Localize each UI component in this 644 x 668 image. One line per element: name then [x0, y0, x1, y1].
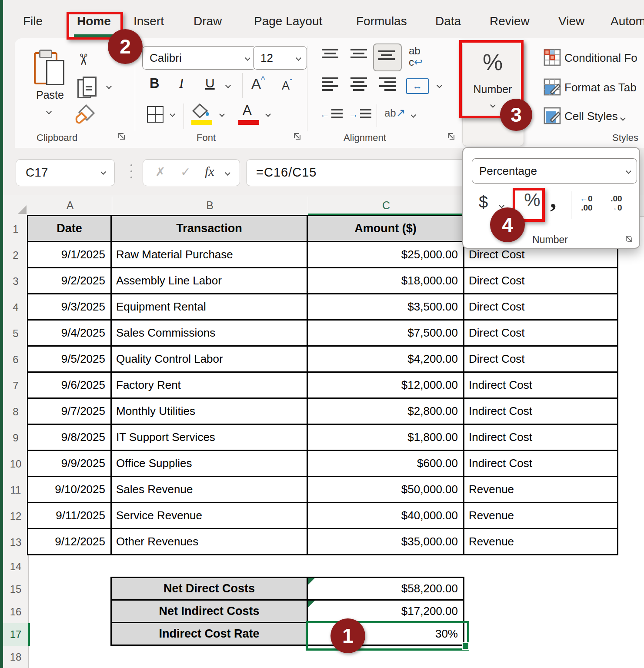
row-header-16[interactable]: 16 — [3, 601, 29, 624]
cell-B9[interactable]: IT Support Services — [112, 425, 307, 450]
insert-function-icon[interactable]: fx — [205, 164, 214, 179]
decrease-decimal-button[interactable]: .00 →0 — [609, 194, 622, 212]
cell-B15[interactable]: Net Direct Costs — [112, 578, 307, 599]
cell-C12[interactable]: $40,000.00 — [308, 503, 463, 528]
cell-D4[interactable]: Direct Cost — [464, 294, 617, 319]
cell-C3[interactable]: $18,000.00 — [308, 268, 463, 293]
font-dialog-launcher-icon[interactable] — [294, 133, 300, 140]
cell-D11[interactable]: Revenue — [464, 477, 617, 502]
cell-B12[interactable]: Service Revenue — [112, 503, 307, 528]
tab-data[interactable]: Data — [435, 10, 461, 32]
cell-C4[interactable]: $3,500.00 — [308, 294, 463, 319]
align-left-button[interactable] — [322, 77, 338, 91]
cell-A1[interactable]: Date — [28, 216, 110, 241]
font-name-chevron[interactable] — [245, 55, 250, 61]
cell-C8[interactable]: $2,800.00 — [308, 399, 463, 424]
cell-B11[interactable]: Sales Revenue — [112, 477, 307, 502]
column-header-C[interactable]: C — [308, 195, 464, 216]
cell-C9[interactable]: $1,800.00 — [308, 425, 463, 450]
cell-A11[interactable]: 9/10/2025 — [28, 477, 110, 502]
name-box[interactable]: C17 — [16, 159, 115, 186]
cell-C5[interactable]: $7,500.00 — [308, 321, 463, 345]
percent-style-button[interactable]: % — [519, 190, 546, 210]
cell-D3[interactable]: Direct Cost — [464, 268, 617, 293]
cell-A7[interactable]: 9/6/2025 — [28, 373, 110, 397]
cell-A13[interactable]: 9/12/2025 — [28, 529, 110, 554]
font-size-combobox[interactable]: 12 — [253, 46, 307, 70]
cell-B16[interactable]: Net Indirect Costs — [112, 601, 307, 622]
row-header-5[interactable]: 5 — [3, 321, 29, 347]
wrap-text-button[interactable]: abc↩ — [409, 45, 435, 70]
conditional-formatting-button[interactable]: Conditional Fo — [564, 51, 637, 65]
cell-B4[interactable]: Equipment Rental — [112, 294, 307, 319]
column-header-A[interactable]: A — [28, 195, 112, 216]
name-box-chevron[interactable] — [100, 169, 106, 175]
cell-C11[interactable]: $50,000.00 — [308, 477, 463, 502]
number-format-combobox[interactable]: Percentage — [472, 158, 637, 184]
font-size-chevron[interactable] — [296, 55, 301, 61]
row-header-3[interactable]: 3 — [3, 268, 29, 295]
top-align-button[interactable] — [322, 49, 338, 58]
increase-decimal-button[interactable]: ←0 .00 — [580, 194, 593, 212]
cell-A8[interactable]: 9/7/2025 — [28, 399, 110, 424]
cell-D13[interactable]: Revenue — [464, 529, 617, 554]
decrease-font-size-button[interactable]: Aˇ — [282, 77, 293, 93]
cell-D12[interactable]: Revenue — [464, 503, 617, 528]
align-right-button[interactable] — [379, 77, 396, 91]
fill-handle[interactable] — [462, 642, 469, 650]
increase-font-size-button[interactable]: A^ — [251, 75, 265, 92]
cell-C7[interactable]: $12,000.00 — [308, 373, 463, 397]
tab-automate[interactable]: Autom — [611, 10, 644, 32]
cell-A10[interactable]: 9/9/2025 — [28, 451, 110, 476]
tab-draw[interactable]: Draw — [194, 10, 222, 32]
cell-B2[interactable]: Raw Material Purchase — [112, 242, 307, 267]
cell-B13[interactable]: Other Revenues — [112, 529, 307, 554]
tab-page-layout[interactable]: Page Layout — [254, 10, 322, 32]
cell-C13[interactable]: $35,000.00 — [308, 529, 463, 554]
fx-chevron[interactable] — [225, 170, 230, 176]
tab-review[interactable]: Review — [490, 10, 530, 32]
cell-B17[interactable]: Indirect Cost Rate — [112, 623, 307, 645]
row-header-12[interactable]: 12 — [3, 503, 29, 530]
cell-C10[interactable]: $600.00 — [308, 451, 463, 476]
column-header-B[interactable]: B — [112, 195, 308, 216]
alignment-dialog-launcher-icon[interactable] — [448, 133, 454, 140]
increase-indent-button[interactable]: → — [349, 107, 373, 123]
cell-A5[interactable]: 9/4/2025 — [28, 321, 110, 345]
font-color-button[interactable]: A — [238, 103, 261, 125]
middle-align-button[interactable] — [350, 49, 367, 58]
tab-file[interactable]: File — [23, 10, 43, 32]
clipboard-dialog-launcher-icon[interactable] — [118, 133, 125, 140]
row-header-6[interactable]: 6 — [3, 347, 29, 373]
bold-button[interactable]: B — [150, 76, 159, 91]
cell-D8[interactable]: Indirect Cost — [464, 399, 617, 424]
cell-styles-icon[interactable] — [544, 107, 561, 124]
cell-A3[interactable]: 9/2/2025 — [28, 268, 110, 293]
cell-C16[interactable]: $17,200.00 — [308, 601, 463, 622]
row-header-2[interactable]: 2 — [3, 242, 29, 269]
cell-styles-button[interactable]: Cell Styles — [564, 110, 625, 123]
comma-style-button[interactable]: , — [550, 184, 557, 214]
cell-A4[interactable]: 9/3/2025 — [28, 294, 110, 319]
cell-D5[interactable]: Direct Cost — [464, 321, 617, 345]
row-header-15[interactable]: 15 — [3, 578, 29, 601]
tab-formulas[interactable]: Formulas — [356, 10, 407, 32]
font-name-combobox[interactable]: Calibri — [142, 46, 256, 70]
enter-icon[interactable]: ✓ — [180, 165, 190, 179]
cell-B8[interactable]: Monthly Utilities — [112, 399, 307, 424]
cancel-icon[interactable]: ✗ — [155, 165, 165, 179]
row-header-7[interactable]: 7 — [3, 373, 29, 399]
cell-A9[interactable]: 9/8/2025 — [28, 425, 110, 450]
paste-button[interactable] — [34, 50, 64, 86]
row-header-18[interactable]: 18 — [3, 646, 29, 668]
decrease-indent-button[interactable]: ← — [320, 107, 344, 123]
cell-D9[interactable]: Indirect Cost — [464, 425, 617, 450]
cell-D10[interactable]: Indirect Cost — [464, 451, 617, 476]
number-format-chevron[interactable] — [626, 168, 631, 174]
paste-label[interactable]: Paste — [26, 89, 74, 101]
tab-insert[interactable]: Insert — [133, 10, 164, 32]
cell-B7[interactable]: Factory Rent — [112, 373, 307, 397]
cell-B6[interactable]: Quality Control Labor — [112, 347, 307, 371]
row-header-13[interactable]: 13 — [3, 529, 29, 556]
format-as-table-button[interactable]: Format as Tab — [564, 81, 637, 94]
